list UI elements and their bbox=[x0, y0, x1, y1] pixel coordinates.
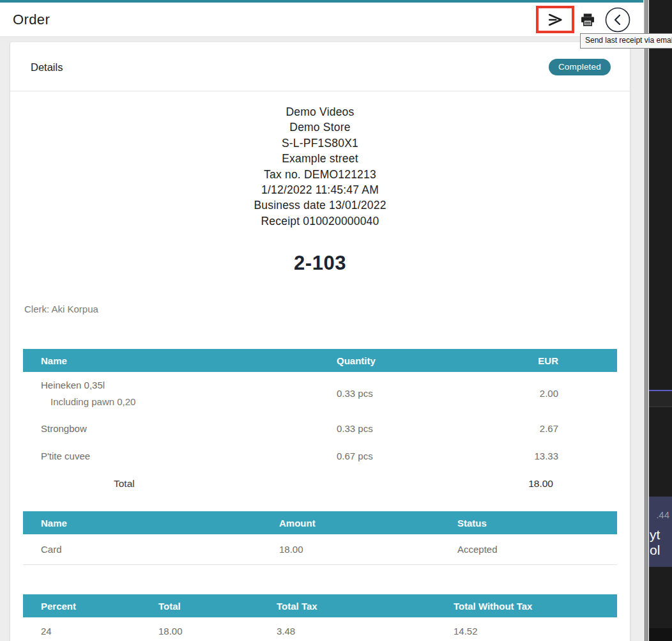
items-table-header: Name Quantity EUR bbox=[23, 349, 617, 372]
total-label: Total bbox=[23, 478, 135, 490]
details-title: Details bbox=[31, 61, 63, 73]
background-partial-text: yt ol bbox=[650, 527, 672, 558]
payment-status: Accepted bbox=[457, 544, 617, 555]
payments-col-name: Name bbox=[23, 518, 279, 529]
background-app-strip: .44 yt ol bbox=[649, 0, 672, 641]
item-quantity: 0.67 pcs bbox=[337, 451, 517, 461]
receipt-line-business-date: Business date 13/01/2022 bbox=[10, 197, 630, 213]
receipt-line-store-group: Demo Videos bbox=[10, 104, 630, 120]
item-name: Strongbow bbox=[23, 423, 337, 434]
order-page: Order bbox=[0, 0, 643, 641]
tax-col-total-tax: Total Tax bbox=[277, 601, 454, 612]
item-name-cell: Heineken 0,35l Including pawn 0,20 bbox=[23, 380, 337, 407]
payments-col-status: Status bbox=[457, 518, 617, 529]
tax-percent: 24 bbox=[23, 626, 158, 637]
receipt-line-taxno: Tax no. DEMO121213 bbox=[10, 167, 630, 182]
receipt-line-receipt-no: Receipt 010020000040 bbox=[10, 213, 630, 229]
order-details-card: Details Completed Demo Videos Demo Store… bbox=[10, 42, 630, 641]
send-highlight-box bbox=[536, 6, 574, 33]
print-receipt-button[interactable] bbox=[579, 12, 596, 28]
payments-col-amount: Amount bbox=[279, 518, 457, 529]
background-partial-amount: .44 bbox=[656, 509, 669, 520]
scrollbar-track bbox=[643, 0, 649, 641]
page-title: Order bbox=[13, 12, 50, 28]
item-amount: 2.67 bbox=[517, 423, 617, 434]
table-row: Card 18.00 Accepted bbox=[23, 534, 617, 565]
receipt-line-register: S-L-PF1S80X1 bbox=[10, 135, 630, 151]
tax-table: Percent Total Total Tax Total Without Ta… bbox=[23, 594, 617, 641]
background-panel: .44 yt ol bbox=[649, 497, 672, 567]
status-badge: Completed bbox=[549, 59, 611, 75]
scrollbar-thumb[interactable] bbox=[644, 0, 648, 641]
item-name: P'tite cuvee bbox=[23, 451, 337, 461]
items-total-row: Total 18.00 bbox=[23, 474, 617, 494]
send-receipt-button[interactable] bbox=[546, 11, 564, 29]
payments-table: Name Amount Status Card 18.00 Accepted bbox=[23, 511, 617, 565]
header-toolbar bbox=[536, 6, 630, 33]
table-row: Strongbow 0.33 pcs 2.67 bbox=[23, 415, 617, 442]
receipt-line-datetime: 1/12/2022 11:45:47 AM bbox=[10, 182, 630, 197]
tax-total: 18.00 bbox=[158, 626, 277, 637]
table-row: 24 18.00 3.48 14.52 bbox=[23, 617, 617, 641]
payments-table-header: Name Amount Status bbox=[23, 511, 617, 534]
details-header: Details Completed bbox=[10, 42, 630, 91]
send-icon bbox=[546, 11, 564, 29]
receipt-line-store: Demo Store bbox=[10, 120, 630, 135]
item-name: Heineken 0,35l bbox=[41, 380, 337, 390]
background-row bbox=[649, 391, 672, 407]
item-note: Including pawn 0,20 bbox=[41, 396, 337, 407]
total-value: 18.00 bbox=[528, 478, 617, 490]
printer-icon bbox=[579, 12, 596, 28]
tax-total-tax: 3.48 bbox=[277, 626, 454, 637]
background-footer bbox=[649, 628, 672, 641]
back-button[interactable] bbox=[605, 7, 630, 33]
items-col-eur: EUR bbox=[517, 355, 617, 366]
tax-col-total-without-tax: Total Without Tax bbox=[454, 601, 617, 612]
chevron-left-icon bbox=[605, 7, 630, 33]
items-col-quantity: Quantity bbox=[337, 355, 517, 366]
tax-col-total: Total bbox=[158, 601, 277, 612]
tax-col-percent: Percent bbox=[23, 601, 158, 612]
tax-table-header: Percent Total Total Tax Total Without Ta… bbox=[23, 594, 617, 617]
item-amount: 2.00 bbox=[517, 388, 617, 399]
tax-total-without-tax: 14.52 bbox=[454, 626, 617, 637]
payment-name: Card bbox=[23, 544, 279, 555]
payment-amount: 18.00 bbox=[279, 544, 457, 555]
app-header: Order bbox=[0, 3, 643, 37]
table-number: 2-103 bbox=[10, 252, 630, 275]
item-quantity: 0.33 pcs bbox=[337, 388, 517, 399]
clerk-label: Clerk: Aki Korpua bbox=[24, 304, 630, 314]
receipt-header: Demo Videos Demo Store S-L-PF1S80X1 Exam… bbox=[10, 104, 630, 229]
send-tooltip: Send last receipt via email bbox=[580, 33, 672, 49]
table-row: P'tite cuvee 0.67 pcs 13.33 bbox=[23, 442, 617, 470]
receipt-line-street: Example street bbox=[10, 151, 630, 166]
items-col-name: Name bbox=[23, 355, 337, 366]
table-row: Heineken 0,35l Including pawn 0,20 0.33 … bbox=[23, 372, 617, 415]
items-table: Name Quantity EUR Heineken 0,35l Includi… bbox=[23, 349, 617, 494]
item-amount: 13.33 bbox=[517, 451, 617, 461]
item-quantity: 0.33 pcs bbox=[337, 423, 517, 434]
